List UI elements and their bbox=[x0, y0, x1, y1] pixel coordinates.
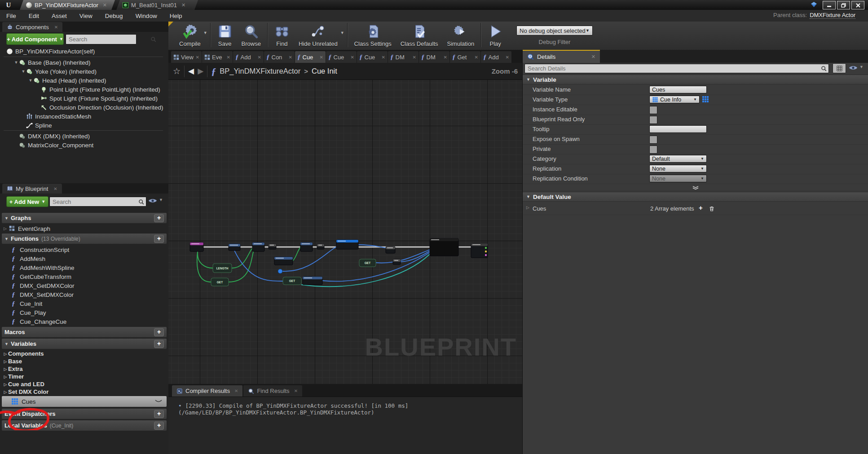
component-row[interactable]: ▼Base (Base) (Inherited) bbox=[0, 58, 182, 67]
simulation-button[interactable]: Simulation bbox=[443, 22, 479, 47]
graph-tab-view[interactable]: View✕ bbox=[171, 51, 202, 63]
variable-category-extra[interactable]: ▷Extra bbox=[0, 365, 168, 373]
breadcrumb-current[interactable]: Cue Init bbox=[312, 67, 337, 75]
close-button[interactable] bbox=[851, 1, 864, 9]
add-icon[interactable]: + bbox=[154, 328, 164, 336]
menu-help[interactable]: Help bbox=[163, 13, 189, 19]
graph-tab-cue[interactable]: ƒCue✕ bbox=[326, 51, 357, 63]
variable-category-components[interactable]: ▷Components bbox=[0, 350, 168, 357]
graph-tab-eve[interactable]: Eve✕ bbox=[202, 51, 233, 63]
container-type-icon[interactable] bbox=[702, 96, 709, 102]
event-dispatchers-header[interactable]: Event Dispatchers+ bbox=[2, 409, 167, 419]
class-settings-button[interactable]: Class Settings bbox=[350, 22, 396, 47]
expose-on-spawn-checkbox[interactable] bbox=[649, 136, 657, 144]
play-button[interactable]: Play bbox=[483, 22, 507, 47]
minimize-button[interactable] bbox=[823, 1, 836, 9]
details-search[interactable] bbox=[524, 64, 829, 73]
add-icon[interactable]: + bbox=[154, 340, 164, 348]
compile-button[interactable]: Compile bbox=[175, 22, 205, 47]
tab-compiler-results[interactable]: Compiler Results✕ bbox=[172, 385, 242, 397]
save-button[interactable]: Save bbox=[213, 22, 237, 47]
eventgraph-row[interactable]: ▷EventGraph bbox=[0, 224, 172, 233]
tooltip-field[interactable] bbox=[649, 125, 707, 133]
close-icon[interactable]: ✕ bbox=[103, 2, 107, 8]
expander-icon[interactable]: ▷ bbox=[526, 205, 529, 210]
restore-button[interactable] bbox=[837, 1, 850, 9]
add-icon[interactable]: + bbox=[154, 422, 164, 430]
close-icon[interactable]: ✕ bbox=[258, 55, 261, 60]
variable-category-cue-and-led[interactable]: ▷Cue and LED bbox=[0, 380, 168, 388]
graph-tab-dm[interactable]: ƒDM✕ bbox=[388, 51, 419, 63]
close-icon[interactable]: ✕ bbox=[234, 388, 238, 393]
blueprint-graph-canvas[interactable]: BLUEPRINT LENGTHGETGETGET bbox=[168, 80, 522, 384]
chevron-down-icon[interactable]: ▼ bbox=[859, 65, 864, 69]
local-variables-header[interactable]: Local Variables(Cue_Init)+ bbox=[2, 420, 167, 431]
hide-unrelated-button[interactable]: Hide Unrelated bbox=[294, 22, 342, 47]
close-icon[interactable]: ✕ bbox=[382, 55, 385, 60]
tab-details[interactable]: i Details ✕ bbox=[523, 50, 600, 63]
add-element-icon[interactable]: + bbox=[699, 204, 703, 212]
visibility-eye-icon[interactable] bbox=[148, 198, 157, 203]
macros-header[interactable]: Macros+ bbox=[2, 327, 167, 337]
close-icon[interactable]: ✕ bbox=[444, 55, 447, 60]
menu-view[interactable]: View bbox=[73, 13, 99, 19]
close-icon[interactable]: ✕ bbox=[591, 54, 595, 60]
close-icon[interactable]: ✕ bbox=[54, 25, 58, 30]
close-icon[interactable]: ✕ bbox=[53, 186, 57, 191]
tab-components[interactable]: Components ✕ bbox=[2, 22, 62, 32]
find-button[interactable]: Find bbox=[270, 22, 294, 47]
close-icon[interactable]: ✕ bbox=[413, 55, 416, 60]
function-row[interactable]: ƒCue_ChangeCue bbox=[0, 317, 180, 326]
my-blueprint-search-input[interactable] bbox=[50, 198, 138, 205]
add-icon[interactable]: + bbox=[154, 410, 164, 418]
replication-dropdown[interactable]: None▼ bbox=[649, 165, 707, 172]
variable-category-base[interactable]: ▷Base bbox=[0, 357, 168, 365]
components-search-input[interactable] bbox=[66, 36, 150, 43]
default-value-section-header[interactable]: ▼Default Value bbox=[523, 192, 868, 202]
private-checkbox[interactable] bbox=[649, 145, 657, 154]
component-row[interactable]: InstancedStaticMesh bbox=[0, 112, 189, 121]
component-row[interactable]: ▼Head (Head) (Inherited) bbox=[0, 76, 196, 85]
variable-name-field[interactable]: Cues bbox=[649, 86, 707, 93]
function-row[interactable]: ƒCue_Init bbox=[0, 299, 180, 308]
add-new-button[interactable]: + Add New▼ bbox=[6, 196, 48, 207]
marketplace-icon[interactable] bbox=[810, 1, 818, 9]
add-component-button[interactable]: + Add Component▼ bbox=[6, 33, 64, 45]
display-filter-eye-icon[interactable] bbox=[849, 65, 858, 71]
close-icon[interactable]: ✕ bbox=[320, 55, 323, 60]
breadcrumb-root[interactable]: BP_YinDMXFixtureActor bbox=[220, 67, 300, 75]
graph-tab-cue[interactable]: ƒCue✕ bbox=[295, 51, 326, 63]
component-row[interactable]: ▼Yoke (Yoke) (Inherited) bbox=[0, 67, 189, 76]
tab-my-blueprint[interactable]: My Blueprint ✕ bbox=[2, 184, 62, 194]
close-icon[interactable]: ✕ bbox=[196, 55, 199, 60]
function-row[interactable]: ƒDMX_SetDMXColor bbox=[0, 290, 180, 299]
variable-type-dropdown[interactable]: Cue Info▼ bbox=[649, 96, 700, 103]
graph-tab-add[interactable]: ƒAdd✕ bbox=[233, 51, 264, 63]
trash-icon[interactable] bbox=[709, 205, 715, 212]
component-row[interactable]: MatrixColor_Component bbox=[0, 141, 182, 150]
variable-category-timer[interactable]: ▷Timer bbox=[0, 373, 168, 380]
variable-cues-row[interactable]: Cues bbox=[2, 396, 167, 407]
component-root-row[interactable]: BP_YinDMXFixtureActor(self) bbox=[0, 47, 175, 56]
debug-object-dropdown[interactable]: No debug object selected▼ bbox=[516, 26, 593, 35]
graph-tab-con[interactable]: ƒCon✕ bbox=[264, 51, 295, 63]
menu-file[interactable]: File bbox=[0, 13, 22, 19]
close-icon[interactable]: ✕ bbox=[506, 55, 509, 60]
components-search[interactable] bbox=[66, 34, 137, 44]
browse-button[interactable]: Browse bbox=[237, 22, 265, 47]
menu-window[interactable]: Window bbox=[129, 13, 163, 19]
chevron-down-icon[interactable]: ▼ bbox=[159, 198, 163, 202]
function-row[interactable]: ƒConstructionScript bbox=[0, 245, 180, 254]
function-row[interactable]: ƒGetCubeTransform bbox=[0, 272, 180, 281]
graph-tab-dm[interactable]: ƒDM✕ bbox=[419, 51, 449, 63]
functions-header[interactable]: ▼Functions(13 Overridable)+ bbox=[2, 234, 167, 244]
my-blueprint-search[interactable] bbox=[49, 197, 146, 207]
function-row[interactable]: ƒDMX_GetDMXColor bbox=[0, 281, 180, 290]
advanced-expander[interactable] bbox=[523, 184, 868, 191]
graph-tab-add[interactable]: ƒAdd✕ bbox=[481, 51, 511, 63]
tab-find-results[interactable]: Find Results✕ bbox=[243, 385, 302, 397]
favorite-star-icon[interactable]: ☆ bbox=[173, 66, 181, 76]
property-matrix-icon[interactable] bbox=[833, 63, 846, 73]
function-row[interactable]: ƒCue_Play bbox=[0, 308, 180, 317]
asset-tab-bp_yindmxfixtureactor[interactable]: BP_YinDMXFixtureActor✕ bbox=[20, 0, 115, 10]
